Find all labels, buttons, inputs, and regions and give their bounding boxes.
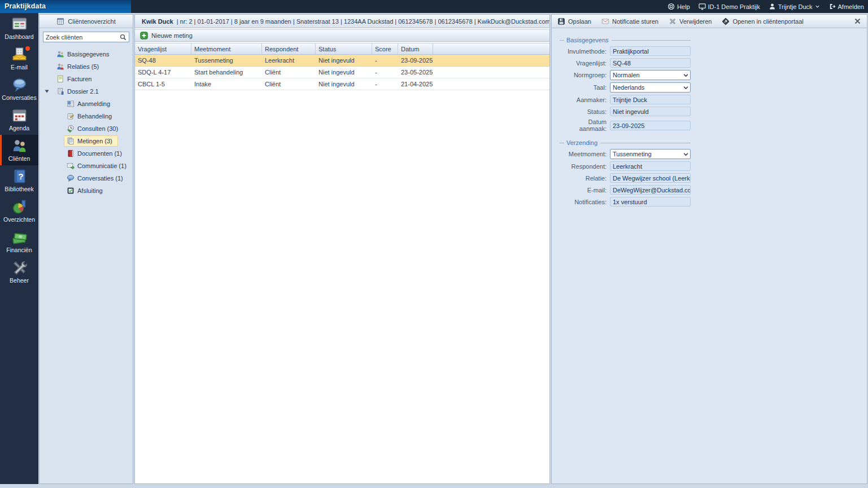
column-header[interactable]: Score [372, 43, 398, 54]
toolbar-button[interactable]: Opslaan [557, 17, 591, 25]
portal-icon [722, 17, 730, 25]
practice-selector[interactable]: ID-1 Demo Praktijk [699, 3, 760, 10]
add-icon [140, 32, 148, 39]
delete-icon [669, 17, 677, 25]
tree-item[interactable]: Documenten (1) [40, 147, 133, 160]
form-field: Relatie: De Wegwijzer school (Leerkrac [560, 173, 867, 183]
user-menu[interactable]: Trijntje Duck [769, 3, 820, 10]
nav-item[interactable]: Cliënten [0, 135, 38, 165]
nav-item[interactable]: Beheer [0, 257, 38, 287]
column-header[interactable]: Datum [398, 43, 433, 54]
section-legend: Verzending [560, 139, 691, 146]
table-row[interactable]: SQ-48 Tussenmeting Leerkracht Niet ingev… [135, 55, 549, 67]
tree-item[interactable]: Facturen [40, 73, 133, 85]
field-input[interactable]: Normalen [610, 70, 691, 80]
overview-icon [56, 17, 64, 25]
measurement-form: Basisgegevens Invulmethode: Praktijkport… [552, 28, 867, 206]
client-info-bar: Kwik Duck | nr: 2 | 01-01-2017 | 8 jaar … [135, 15, 549, 28]
client-details: | nr: 2 | 01-01-2017 | 8 jaar en 9 maand… [177, 18, 549, 25]
nav-item[interactable]: Agenda [0, 104, 38, 135]
toolbar-button[interactable]: Openen in cliëntenportaal [722, 17, 803, 25]
field-input[interactable]: De Wegwijzer school (Leerkrac [610, 173, 691, 183]
column-header-filler [433, 43, 549, 54]
measurements-toolbar: Nieuwe meting [135, 29, 549, 42]
field-input[interactable]: Leerkracht [610, 161, 691, 171]
clients-icon [12, 138, 27, 153]
tree-item[interactable]: Consulten (30) [40, 122, 133, 135]
nav-item[interactable]: Overzichten [0, 196, 38, 226]
field-input[interactable]: Trijntje Duck [610, 95, 691, 104]
search-input[interactable]: Zoek cliënten [43, 32, 129, 42]
close-icon[interactable] [854, 17, 861, 25]
field-input[interactable]: Nederlands [610, 82, 691, 93]
column-header[interactable]: Status [316, 43, 372, 54]
tree-item[interactable]: Basisgegevens [40, 48, 133, 60]
nav-item[interactable]: ? Bibliotheek [0, 165, 38, 196]
form-field: Status: Niet ingevuld [560, 107, 867, 116]
form-field: Aanmaker: Trijntje Duck [560, 95, 867, 104]
field-input[interactable]: SQ-48 [610, 58, 691, 68]
logout-icon [828, 3, 836, 10]
form-field: Datum aanmaak: 23-09-2025 [560, 118, 867, 132]
table-header: Vragenlijst Meetmoment Respondent Status… [135, 43, 549, 55]
tree-item[interactable]: Afsluiting [40, 184, 133, 197]
form-field: Vragenlijst: SQ-48 [560, 58, 867, 68]
help-button[interactable]: Help [668, 3, 690, 10]
measurements-table: SQ-48 Tussenmeting Leerkracht Niet ingev… [135, 55, 549, 90]
brand-segment: Praktijkdata [0, 0, 131, 13]
column-header[interactable]: Meetmoment [191, 43, 262, 54]
people-red-icon [56, 63, 64, 71]
field-input[interactable]: Niet ingevuld [610, 107, 691, 116]
registration-icon [67, 100, 75, 108]
treatment-icon [67, 112, 75, 120]
field-input[interactable]: Tussenmeting [610, 149, 691, 159]
form-field: Respondent: Leerkracht [560, 161, 867, 171]
measurements-icon [67, 137, 75, 145]
tree-item[interactable]: Aanmelding [40, 98, 133, 110]
caret-down-icon[interactable] [45, 89, 49, 94]
detail-toolbar: Opslaan Notificatie sturen Verwijderen O… [552, 15, 867, 28]
table-row[interactable]: CBCL 1-5 Intake Cliënt Niet ingevuld - 2… [135, 78, 549, 90]
chat-icon [67, 174, 75, 182]
communication-icon [67, 162, 75, 170]
tree-item[interactable]: Dossier 2.1 [40, 85, 133, 98]
field-input[interactable]: DeWegWijzer@Duckstad.com [610, 185, 691, 195]
tree-item[interactable]: Conversaties (1) [40, 172, 133, 184]
search-icon [120, 34, 127, 41]
nav-item[interactable]: Financiën [0, 226, 38, 257]
client-name: Kwik Duck [142, 18, 173, 25]
people-blue-icon [56, 50, 64, 58]
toolbar-button[interactable]: Verwijderen [669, 17, 712, 25]
table-row[interactable]: SDQ-L 4-17 Start behandeling Cliënt Niet… [135, 67, 549, 78]
clients-overview-header[interactable]: Cliëntenoverzicht [40, 15, 133, 28]
field-input[interactable]: 1x verstuurd [610, 197, 691, 206]
tree-item[interactable]: Communicatie (1) [40, 160, 133, 172]
notification-badge-icon [25, 46, 30, 51]
toolbar-button[interactable]: Notificatie sturen [601, 17, 658, 25]
notify-icon [601, 17, 609, 25]
tree-item[interactable]: Relaties (5) [40, 60, 133, 73]
tree-item[interactable]: Metingen (3) [40, 135, 133, 147]
column-header[interactable]: Respondent [262, 43, 316, 54]
new-measurement-button[interactable]: Nieuwe meting [151, 32, 193, 39]
consults-icon [67, 125, 75, 133]
logout-button[interactable]: Afmelden [828, 3, 864, 10]
form-field: Normgroep: Normalen [560, 70, 867, 80]
tree-item[interactable]: Behandeling [40, 110, 133, 122]
column-header[interactable]: Vragenlijst [135, 43, 191, 54]
section-legend: Basisgegevens [560, 37, 691, 43]
nav-item[interactable]: Dashboard [0, 13, 38, 43]
svg-text:?: ? [18, 172, 23, 181]
help-icon [668, 3, 675, 10]
nav-item[interactable]: Conversaties [0, 74, 38, 104]
field-input[interactable]: 23-09-2025 [610, 121, 691, 130]
client-tree-panel: Cliëntenoverzicht Zoek cliënten Basisgeg… [39, 14, 133, 484]
agenda-icon [12, 108, 27, 123]
admin-icon [12, 260, 27, 275]
field-input[interactable]: Praktijkportal [610, 46, 691, 56]
nav-item[interactable]: E-mail [0, 43, 38, 74]
form-field: Meetmoment: Tussenmeting [560, 149, 867, 159]
email-icon [12, 47, 27, 62]
documents-icon [67, 150, 75, 157]
form-field: Notificaties: 1x verstuurd [560, 197, 867, 206]
